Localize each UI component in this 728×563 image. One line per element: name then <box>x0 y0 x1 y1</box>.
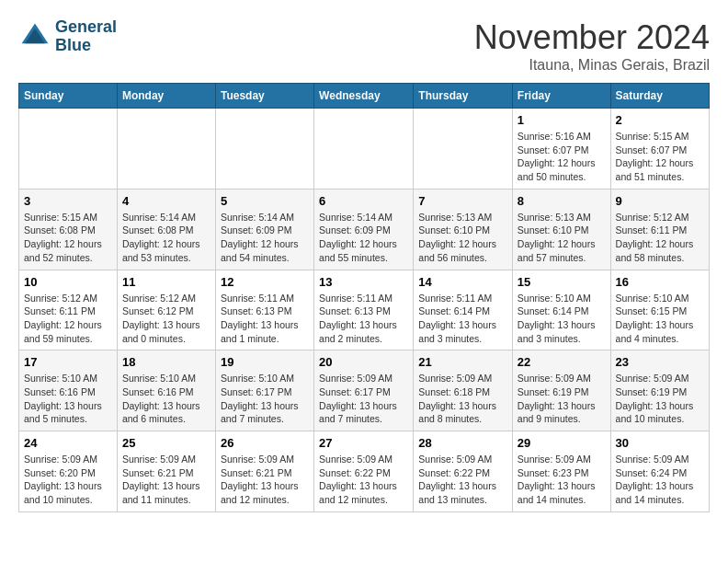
day-number: 6 <box>319 194 408 208</box>
day-info: Sunrise: 5:12 AM Sunset: 6:11 PM Dayligh… <box>616 211 704 265</box>
calendar-cell: 30Sunrise: 5:09 AM Sunset: 6:24 PM Dayli… <box>610 431 709 512</box>
calendar-week-1: 3Sunrise: 5:15 AM Sunset: 6:08 PM Daylig… <box>19 189 710 270</box>
calendar-cell: 22Sunrise: 5:09 AM Sunset: 6:19 PM Dayli… <box>512 350 610 431</box>
day-info: Sunrise: 5:10 AM Sunset: 6:17 PM Dayligh… <box>221 372 309 426</box>
calendar-cell: 2Sunrise: 5:15 AM Sunset: 6:07 PM Daylig… <box>610 109 709 190</box>
calendar-table: SundayMondayTuesdayWednesdayThursdayFrid… <box>18 83 710 512</box>
day-number: 7 <box>418 194 507 208</box>
day-number: 28 <box>418 436 507 450</box>
header-day-sunday: Sunday <box>19 84 118 109</box>
day-info: Sunrise: 5:15 AM Sunset: 6:08 PM Dayligh… <box>24 211 112 265</box>
calendar-body: 1Sunrise: 5:16 AM Sunset: 6:07 PM Daylig… <box>19 109 710 512</box>
day-info: Sunrise: 5:11 AM Sunset: 6:13 PM Dayligh… <box>319 292 408 346</box>
day-number: 29 <box>518 436 606 450</box>
calendar-cell: 12Sunrise: 5:11 AM Sunset: 6:13 PM Dayli… <box>215 270 313 350</box>
day-number: 17 <box>24 355 112 369</box>
day-info: Sunrise: 5:09 AM Sunset: 6:19 PM Dayligh… <box>518 372 606 426</box>
day-info: Sunrise: 5:09 AM Sunset: 6:22 PM Dayligh… <box>418 453 507 507</box>
day-info: Sunrise: 5:09 AM Sunset: 6:22 PM Dayligh… <box>319 453 408 507</box>
day-info: Sunrise: 5:09 AM Sunset: 6:21 PM Dayligh… <box>122 453 210 507</box>
calendar-cell <box>215 109 313 190</box>
calendar-cell: 26Sunrise: 5:09 AM Sunset: 6:21 PM Dayli… <box>215 431 313 512</box>
day-info: Sunrise: 5:09 AM Sunset: 6:17 PM Dayligh… <box>319 372 408 426</box>
calendar-cell: 5Sunrise: 5:14 AM Sunset: 6:09 PM Daylig… <box>215 189 313 270</box>
day-info: Sunrise: 5:13 AM Sunset: 6:10 PM Dayligh… <box>418 211 507 265</box>
logo: General Blue <box>18 18 117 55</box>
day-number: 13 <box>319 275 408 289</box>
day-info: Sunrise: 5:09 AM Sunset: 6:23 PM Dayligh… <box>518 453 606 507</box>
header-day-friday: Friday <box>512 84 610 109</box>
calendar-cell: 4Sunrise: 5:14 AM Sunset: 6:08 PM Daylig… <box>117 189 215 270</box>
day-info: Sunrise: 5:09 AM Sunset: 6:18 PM Dayligh… <box>418 372 507 426</box>
day-number: 11 <box>122 275 210 289</box>
day-number: 20 <box>319 355 408 369</box>
day-info: Sunrise: 5:11 AM Sunset: 6:13 PM Dayligh… <box>221 292 309 346</box>
calendar-cell: 21Sunrise: 5:09 AM Sunset: 6:18 PM Dayli… <box>414 350 513 431</box>
calendar-cell: 28Sunrise: 5:09 AM Sunset: 6:22 PM Dayli… <box>414 431 513 512</box>
calendar-cell: 1Sunrise: 5:16 AM Sunset: 6:07 PM Daylig… <box>512 109 610 190</box>
day-info: Sunrise: 5:10 AM Sunset: 6:14 PM Dayligh… <box>518 292 606 346</box>
day-info: Sunrise: 5:11 AM Sunset: 6:14 PM Dayligh… <box>418 292 507 346</box>
logo-text: General Blue <box>55 18 117 55</box>
day-number: 10 <box>24 275 112 289</box>
day-info: Sunrise: 5:14 AM Sunset: 6:08 PM Dayligh… <box>122 211 210 265</box>
day-number: 2 <box>616 113 704 127</box>
calendar-cell <box>314 109 414 190</box>
day-number: 15 <box>518 275 606 289</box>
header-day-wednesday: Wednesday <box>314 84 414 109</box>
day-number: 23 <box>616 355 704 369</box>
header-day-thursday: Thursday <box>414 84 513 109</box>
calendar-header: SundayMondayTuesdayWednesdayThursdayFrid… <box>19 84 710 109</box>
day-number: 30 <box>616 436 704 450</box>
header-day-saturday: Saturday <box>610 84 709 109</box>
calendar-cell: 23Sunrise: 5:09 AM Sunset: 6:19 PM Dayli… <box>610 350 709 431</box>
day-number: 4 <box>122 194 210 208</box>
day-info: Sunrise: 5:16 AM Sunset: 6:07 PM Dayligh… <box>518 130 606 184</box>
calendar-cell: 29Sunrise: 5:09 AM Sunset: 6:23 PM Dayli… <box>512 431 610 512</box>
calendar-cell: 14Sunrise: 5:11 AM Sunset: 6:14 PM Dayli… <box>414 270 513 350</box>
calendar-cell <box>19 109 118 190</box>
calendar-cell: 11Sunrise: 5:12 AM Sunset: 6:12 PM Dayli… <box>117 270 215 350</box>
calendar-cell: 18Sunrise: 5:10 AM Sunset: 6:16 PM Dayli… <box>117 350 215 431</box>
page-header: General Blue November 2024 Itauna, Minas… <box>18 18 710 74</box>
calendar-cell: 3Sunrise: 5:15 AM Sunset: 6:08 PM Daylig… <box>19 189 118 270</box>
day-info: Sunrise: 5:09 AM Sunset: 6:19 PM Dayligh… <box>616 372 704 426</box>
day-info: Sunrise: 5:09 AM Sunset: 6:20 PM Dayligh… <box>24 453 112 507</box>
header-day-tuesday: Tuesday <box>215 84 313 109</box>
calendar-cell: 16Sunrise: 5:10 AM Sunset: 6:15 PM Dayli… <box>610 270 709 350</box>
calendar-cell: 24Sunrise: 5:09 AM Sunset: 6:20 PM Dayli… <box>19 431 118 512</box>
title-block: November 2024 Itauna, Minas Gerais, Braz… <box>474 18 710 74</box>
calendar-week-3: 17Sunrise: 5:10 AM Sunset: 6:16 PM Dayli… <box>19 350 710 431</box>
day-info: Sunrise: 5:12 AM Sunset: 6:11 PM Dayligh… <box>24 292 112 346</box>
calendar-cell <box>414 109 513 190</box>
day-info: Sunrise: 5:10 AM Sunset: 6:16 PM Dayligh… <box>122 372 210 426</box>
calendar-cell: 19Sunrise: 5:10 AM Sunset: 6:17 PM Dayli… <box>215 350 313 431</box>
day-info: Sunrise: 5:10 AM Sunset: 6:15 PM Dayligh… <box>616 292 704 346</box>
day-info: Sunrise: 5:13 AM Sunset: 6:10 PM Dayligh… <box>518 211 606 265</box>
day-number: 3 <box>24 194 112 208</box>
calendar-cell: 8Sunrise: 5:13 AM Sunset: 6:10 PM Daylig… <box>512 189 610 270</box>
day-number: 22 <box>518 355 606 369</box>
header-day-monday: Monday <box>117 84 215 109</box>
calendar-cell: 27Sunrise: 5:09 AM Sunset: 6:22 PM Dayli… <box>314 431 414 512</box>
day-info: Sunrise: 5:09 AM Sunset: 6:21 PM Dayligh… <box>221 453 309 507</box>
location: Itauna, Minas Gerais, Brazil <box>474 57 710 74</box>
day-number: 12 <box>221 275 309 289</box>
day-info: Sunrise: 5:09 AM Sunset: 6:24 PM Dayligh… <box>616 453 704 507</box>
day-number: 24 <box>24 436 112 450</box>
calendar-cell: 6Sunrise: 5:14 AM Sunset: 6:09 PM Daylig… <box>314 189 414 270</box>
day-number: 14 <box>418 275 507 289</box>
day-info: Sunrise: 5:12 AM Sunset: 6:12 PM Dayligh… <box>122 292 210 346</box>
calendar-cell: 7Sunrise: 5:13 AM Sunset: 6:10 PM Daylig… <box>414 189 513 270</box>
day-number: 16 <box>616 275 704 289</box>
calendar-cell <box>117 109 215 190</box>
day-number: 21 <box>418 355 507 369</box>
day-number: 27 <box>319 436 408 450</box>
calendar-week-2: 10Sunrise: 5:12 AM Sunset: 6:11 PM Dayli… <box>19 270 710 350</box>
day-number: 1 <box>518 113 606 127</box>
day-number: 9 <box>616 194 704 208</box>
logo-icon <box>18 20 51 53</box>
day-number: 25 <box>122 436 210 450</box>
calendar-cell: 20Sunrise: 5:09 AM Sunset: 6:17 PM Dayli… <box>314 350 414 431</box>
day-info: Sunrise: 5:14 AM Sunset: 6:09 PM Dayligh… <box>221 211 309 265</box>
